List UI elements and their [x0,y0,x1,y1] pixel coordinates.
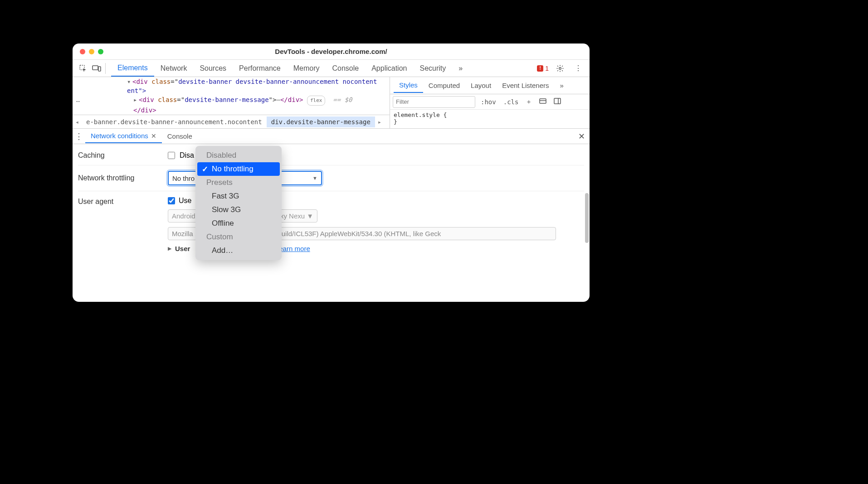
settings-icon[interactable] [553,62,567,75]
ua-select-value: Android [172,212,195,220]
drawer-tab-close-icon[interactable]: ✕ [151,132,156,140]
use-browser-default-checkbox[interactable] [168,197,175,204]
toolbar-separator [105,63,106,74]
devtools-window: DevTools - developer.chrome.com/ Element… [73,44,590,302]
user-agent-label: User agent [78,197,168,206]
titlebar: DevTools - developer.chrome.com/ [73,44,590,60]
tab-console[interactable]: Console [326,61,365,76]
drawer-body: Caching Disa Network throttling No thro … [73,144,590,302]
dropdown-header-disabled: Disabled [197,149,280,162]
dropdown-header-presets: Presets [197,176,280,189]
dom-tree[interactable]: ▾<div class="devsite-banner devsite-bann… [73,77,390,115]
window-close-button[interactable] [80,49,85,54]
elements-panel-left: ▾<div class="devsite-banner devsite-bann… [73,77,390,128]
main-tabs: Elements Network Sources Performance Mem… [111,60,537,77]
svg-rect-4 [540,99,546,103]
error-icon: ! [537,65,543,72]
dropdown-item-offline[interactable]: Offline [197,217,280,230]
dropdown-item-no-throttling[interactable]: No throttling [197,162,280,176]
drawer-tab-console[interactable]: Console [162,130,198,143]
user-agent-row: User agent Use Android xy Nexu▼ Mozilla … [78,191,584,258]
toolbar-right: ! 1 ⋮ [537,62,585,75]
svg-rect-5 [554,98,561,104]
disclosure-triangle-icon[interactable]: ▶ [168,246,171,252]
dropdown-item-fast-3g[interactable]: Fast 3G [197,189,280,203]
traffic-lights [80,49,103,54]
cls-toggle[interactable]: .cls [502,97,521,106]
disable-cache-checkbox[interactable] [168,152,175,159]
svg-rect-2 [98,67,101,71]
styles-filter-input[interactable] [393,96,475,108]
tab-network[interactable]: Network [154,61,194,76]
dropdown-item-add[interactable]: Add… [197,244,280,257]
dom-breadcrumb: ◂ e-banner.devsite-banner-announcement.n… [73,115,390,128]
client-hints-label: User [175,245,190,252]
tab-elements[interactable]: Elements [111,60,154,77]
window-title: DevTools - developer.chrome.com/ [73,48,590,55]
sidebar-toggle-icon[interactable] [552,97,563,107]
tab-application[interactable]: Application [365,61,413,76]
inspect-element-icon[interactable] [76,62,90,75]
error-count-badge[interactable]: ! 1 [537,65,549,72]
breadcrumb-item[interactable]: e-banner.devsite-banner-announcement.noc… [82,116,267,127]
new-style-rule-icon[interactable]: ＋ [524,97,534,107]
styles-panel: Styles Computed Layout Event Listeners »… [390,77,590,128]
device-toggle-icon[interactable] [90,62,103,75]
styles-tabs-overflow-icon[interactable]: » [555,78,569,92]
error-count: 1 [545,65,549,72]
flex-badge[interactable]: flex [307,96,326,106]
computed-toggle-icon[interactable] [537,97,548,107]
scrollbar-thumb[interactable] [585,193,589,243]
use-browser-default-label: Use [179,197,191,205]
dropdown-item-slow-3g[interactable]: Slow 3G [197,203,280,217]
learn-more-link[interactable]: earn more [279,245,310,252]
breadcrumb-right-arrow[interactable]: ▸ [375,118,384,126]
tab-memory[interactable]: Memory [287,61,326,76]
styles-toolbar: :hov .cls ＋ [390,94,590,110]
styles-tab-eventlisteners[interactable]: Event Listeners [497,78,554,92]
chevron-down-icon: ▼ [307,212,313,220]
main-toolbar: Elements Network Sources Performance Mem… [73,60,590,77]
tab-performance[interactable]: Performance [233,61,287,76]
tab-sources[interactable]: Sources [193,61,233,76]
element-style-line: element.style { [394,111,586,118]
hov-toggle[interactable]: :hov [479,97,498,106]
disable-cache-label: Disa [180,151,194,160]
elements-panel-row: ▾<div class="devsite-banner devsite-bann… [73,77,590,129]
throttling-dropdown: Disabled No throttling Presets Fast 3G S… [195,146,282,260]
svg-point-3 [559,67,561,69]
more-icon[interactable]: ⋮ [571,62,585,75]
drawer-more-icon[interactable]: ⋮ [73,131,85,141]
caching-row: Caching Disa [78,146,584,165]
tab-security[interactable]: Security [413,61,452,76]
dropdown-header-custom: Custom [197,230,280,244]
styles-tab-computed[interactable]: Computed [423,78,465,92]
dom-gutter-ellipsis[interactable]: … [73,95,83,106]
throttling-label: Network throttling [78,174,168,182]
drawer-tabs: ⋮ Network conditions ✕ Console ✕ [73,129,590,144]
caching-label: Caching [78,151,168,160]
window-zoom-button[interactable] [98,49,103,54]
styles-tab-styles[interactable]: Styles [394,78,423,93]
styles-tabs: Styles Computed Layout Event Listeners » [390,77,590,94]
breadcrumb-left-arrow[interactable]: ◂ [73,118,82,126]
drawer-close-icon[interactable]: ✕ [578,131,585,141]
chevron-down-icon: ▼ [312,175,317,181]
breadcrumb-item-selected[interactable]: div.devsite-banner-message [267,116,375,127]
window-minimize-button[interactable] [89,49,94,54]
styles-body[interactable]: element.style { } [390,110,590,127]
throttling-select-value: No thro [172,174,195,182]
drawer-tab-network-conditions[interactable]: Network conditions ✕ [85,129,162,143]
tabs-overflow-icon[interactable]: » [452,61,469,76]
drawer-tab-label: Network conditions [91,132,148,140]
throttling-row: Network throttling No thro ▼ [78,165,584,191]
element-style-close: } [394,118,586,125]
svg-rect-1 [93,66,98,70]
styles-tab-layout[interactable]: Layout [465,78,497,92]
